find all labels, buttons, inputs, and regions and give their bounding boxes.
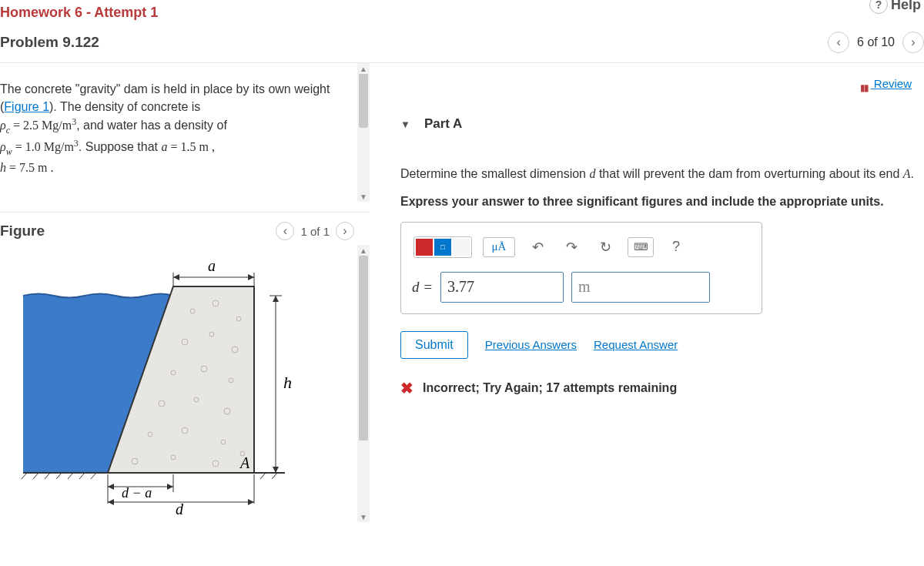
- A-var: A: [903, 167, 911, 180]
- prev-figure-button[interactable]: ‹: [276, 222, 294, 240]
- label-h: h: [283, 373, 292, 392]
- help-icon: ?: [869, 0, 888, 14]
- figure-image: ▲ ▼: [0, 245, 370, 522]
- svg-line-20: [22, 473, 27, 479]
- svg-marker-32: [173, 274, 179, 280]
- figure-scrollbar[interactable]: ▲ ▼: [357, 245, 370, 522]
- scroll-down-icon[interactable]: ▼: [357, 511, 370, 522]
- reset-icon: ↻: [600, 239, 611, 256]
- chevron-right-icon: ›: [911, 35, 915, 49]
- svg-line-23: [56, 473, 62, 479]
- svg-marker-43: [108, 484, 114, 490]
- redo-icon: ↷: [566, 239, 578, 256]
- scroll-up-icon[interactable]: ▲: [357, 245, 370, 256]
- chevron-left-icon: ‹: [836, 35, 840, 49]
- answer-box: □ μÅ ↶ ↷ ↻ ⌨ ? d =: [400, 222, 762, 314]
- svg-line-27: [260, 473, 266, 479]
- chevron-left-icon: ‹: [283, 224, 287, 238]
- review-label: Review: [874, 77, 912, 90]
- answer-unit-input[interactable]: [571, 272, 710, 303]
- chevron-right-icon: ›: [343, 224, 346, 238]
- rho-w-sub: w: [6, 146, 12, 157]
- flag-icon: [859, 80, 868, 89]
- rho-w-symbol: ρ: [0, 141, 6, 154]
- review-link[interactable]: Review: [859, 77, 912, 90]
- question-text: Determine the smallest dimension d that …: [400, 145, 915, 189]
- problem-description: The concrete "gravity" dam is held in pl…: [0, 63, 370, 190]
- rho-c-value: = 2.5 Mg/m: [10, 119, 72, 132]
- desc-text: , and water has a density of: [76, 119, 227, 132]
- keyboard-icon: ⌨: [634, 241, 648, 253]
- feedback-message: ✖ Incorrect; Try Again; 17 attempts rema…: [400, 379, 915, 397]
- rho-c-symbol: ρ: [0, 119, 6, 132]
- submit-button[interactable]: Submit: [400, 331, 468, 359]
- next-figure-button[interactable]: ›: [336, 222, 354, 240]
- figure-link[interactable]: Figure 1: [4, 100, 49, 113]
- templates-button[interactable]: □: [413, 236, 472, 258]
- assignment-title: Homework 6 - Attempt 1: [0, 5, 158, 20]
- undo-icon: ↶: [532, 239, 544, 256]
- svg-marker-46: [108, 499, 114, 505]
- svg-marker-33: [248, 274, 254, 280]
- problem-title: Problem 9.122: [0, 34, 828, 51]
- q-text: Determine the smallest dimension: [400, 167, 589, 180]
- collapse-part-button[interactable]: ▼: [400, 119, 410, 130]
- svg-marker-44: [167, 484, 173, 490]
- answer-value-input[interactable]: [440, 272, 564, 303]
- svg-line-28: [272, 473, 277, 479]
- svg-marker-38: [273, 467, 279, 473]
- scroll-thumb[interactable]: [359, 74, 368, 128]
- desc-text: . Suppose that: [79, 141, 162, 154]
- symbols-button[interactable]: μÅ: [483, 237, 515, 257]
- incorrect-icon: ✖: [400, 379, 413, 397]
- help-label: Help: [891, 0, 921, 13]
- problem-counter: 6 of 10: [857, 35, 895, 49]
- template-icon: [453, 239, 470, 256]
- answer-toolbar: □ μÅ ↶ ↷ ↻ ⌨ ?: [412, 233, 751, 272]
- keyboard-button[interactable]: ⌨: [628, 237, 654, 257]
- svg-line-22: [45, 473, 50, 479]
- label-d-minus-a: d − a: [122, 485, 152, 501]
- answer-variable-label: d =: [412, 279, 433, 296]
- undo-button[interactable]: ↶: [526, 237, 549, 257]
- svg-line-24: [68, 473, 73, 479]
- svg-line-26: [91, 473, 96, 479]
- prev-problem-button[interactable]: ‹: [828, 32, 849, 53]
- template-icon: □: [434, 239, 451, 256]
- figure-counter: 1 of 1: [300, 225, 330, 238]
- left-scrollbar[interactable]: ▲ ▼: [357, 63, 370, 202]
- rho-w-value: = 1.0 Mg/m: [12, 141, 74, 154]
- part-label: Part A: [424, 116, 462, 132]
- desc-text: ). The density of concrete is: [49, 100, 200, 113]
- a-value: = 1.5 m ,: [167, 141, 214, 154]
- h-value: = 7.5 m .: [6, 161, 53, 174]
- svg-line-25: [79, 473, 85, 479]
- redo-button[interactable]: ↷: [560, 237, 583, 257]
- h-var: h: [0, 161, 6, 174]
- svg-marker-37: [273, 296, 279, 302]
- answer-instruction: Express your answer to three significant…: [400, 189, 915, 221]
- figure-section-title: Figure: [0, 223, 276, 239]
- template-icon: [416, 239, 433, 256]
- q-text: .: [911, 167, 914, 180]
- label-a: a: [208, 257, 216, 274]
- toolbar-help-button[interactable]: ?: [665, 237, 688, 257]
- label-d: d: [176, 501, 184, 517]
- scroll-down-icon[interactable]: ▼: [357, 191, 370, 202]
- reset-button[interactable]: ↻: [594, 237, 617, 257]
- scroll-up-icon[interactable]: ▲: [357, 63, 370, 74]
- feedback-text: Incorrect; Try Again; 17 attempts remain…: [423, 381, 677, 395]
- request-answer-link[interactable]: Request Answer: [594, 338, 678, 351]
- next-problem-button[interactable]: ›: [902, 32, 924, 53]
- label-A: A: [239, 454, 250, 471]
- scroll-thumb[interactable]: [359, 256, 368, 440]
- previous-answers-link[interactable]: Previous Answers: [485, 338, 577, 351]
- svg-line-21: [33, 473, 38, 479]
- help-button[interactable]: ? Help: [869, 0, 921, 14]
- q-text: that will prevent the dam from overturni…: [595, 167, 902, 180]
- svg-marker-47: [248, 499, 254, 505]
- dam-diagram: a h A d − a d: [8, 250, 346, 519]
